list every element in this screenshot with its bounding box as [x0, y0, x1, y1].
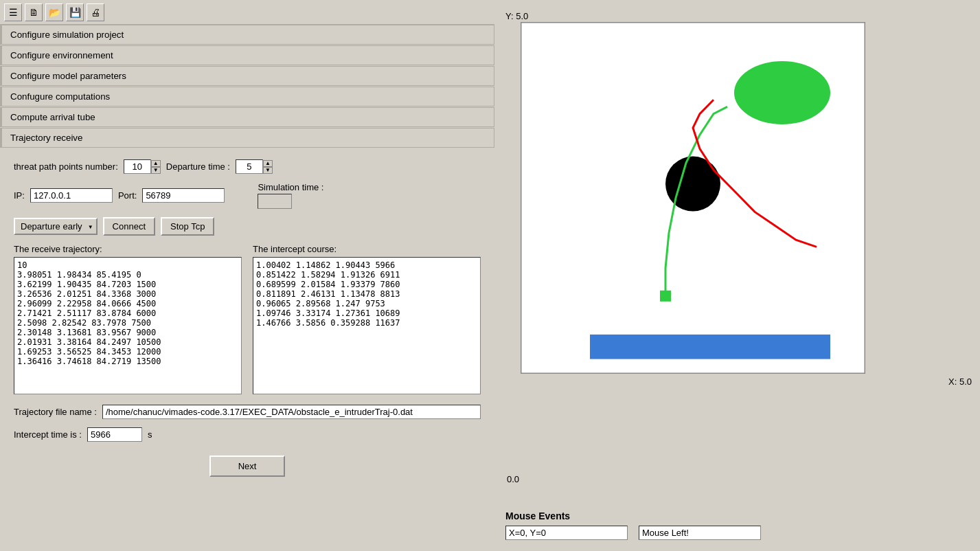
menu-icon-btn[interactable]: ☰ — [4, 3, 22, 21]
threat-row: threat path points number: ▲ ▼ Departure… — [14, 159, 481, 174]
next-button[interactable]: Next — [209, 456, 286, 477]
receive-trajectory-label: The receive trajectory: — [14, 244, 242, 254]
intercept-trajectory-box: The intercept course: 1.00402 1.14862 1.… — [253, 244, 481, 396]
intercept-input[interactable] — [87, 427, 142, 442]
intercept-row: Intercept time is : s — [14, 427, 481, 442]
threat-input[interactable] — [124, 159, 151, 174]
departure-row: Departure early ▼ Connect Stop Tcp — [14, 217, 481, 236]
mouse-coords-field[interactable] — [505, 526, 628, 540]
departure-time-spinner-btns: ▲ ▼ — [263, 160, 273, 174]
departure-time-down-btn[interactable]: ▼ — [263, 167, 273, 174]
file-label: Trajectory file name : — [14, 407, 97, 417]
open-icon-btn[interactable]: 📂 — [45, 3, 63, 21]
nav-trajectory-receive[interactable]: Trajectory receive — [0, 128, 494, 148]
mouse-events-row — [505, 526, 969, 540]
nav-configure-env[interactable]: Configure environnement — [0, 45, 494, 65]
departure-time-up-btn[interactable]: ▲ — [263, 160, 273, 167]
mouse-button-field[interactable] — [639, 526, 761, 540]
y-axis-label: Y: 5.0 — [505, 11, 528, 21]
content-area: threat path points number: ▲ ▼ Departure… — [0, 148, 494, 551]
departure-dropdown-label: Departure early — [21, 221, 82, 232]
file-input[interactable] — [102, 405, 481, 419]
connect-button[interactable]: Connect — [103, 217, 155, 236]
mouse-events-panel: Mouse Events — [500, 505, 975, 546]
threat-spinner-btns: ▲ ▼ — [151, 160, 161, 174]
intercept-trajectory-text[interactable]: 1.00402 1.14862 1.90443 5966 0.851422 1.… — [253, 257, 481, 394]
departure-time-input[interactable] — [236, 159, 263, 174]
next-btn-row: Next — [14, 456, 481, 477]
new-icon-btn[interactable]: 🗎 — [25, 3, 43, 21]
threat-down-btn[interactable]: ▼ — [151, 167, 161, 174]
ip-label: IP: — [14, 190, 25, 201]
nav-configure-model[interactable]: Configure model parameters — [0, 66, 494, 86]
departure-time-spinner: ▲ ▼ — [236, 159, 273, 174]
simulation-canvas[interactable] — [521, 22, 865, 374]
intercept-unit: s — [148, 429, 152, 440]
threat-label: threat path points number: — [14, 161, 118, 172]
receive-trajectory-box: The receive trajectory: 10 3.98051 1.984… — [14, 244, 242, 396]
simulation-time-label: Simulation time : — [258, 182, 323, 192]
ip-input[interactable] — [30, 188, 113, 203]
threat-spinner: ▲ ▼ — [124, 159, 161, 174]
file-row: Trajectory file name : — [14, 405, 481, 419]
trajectory-row: The receive trajectory: 10 3.98051 1.984… — [14, 244, 481, 396]
x-axis-label: X: 5.0 — [948, 376, 975, 387]
nav-configure-sim[interactable]: Configure simulation project — [0, 25, 494, 45]
port-input[interactable] — [142, 188, 225, 203]
simulation-time-box — [258, 194, 292, 209]
departure-dropdown-container: Departure early ▼ — [14, 218, 98, 235]
left-panel: ☰ 🗎 📂 💾 🖨 Configure simulation project C… — [0, 0, 494, 551]
port-label: Port: — [118, 190, 137, 201]
threat-up-btn[interactable]: ▲ — [151, 160, 161, 167]
ip-row: IP: Port: Simulation time : — [14, 182, 481, 209]
departure-time-label: Departure time : — [166, 161, 230, 172]
intercept-label: Intercept time is : — [14, 429, 82, 440]
departure-dropdown[interactable]: Departure early ▼ — [14, 218, 98, 235]
receive-trajectory-text[interactable]: 10 3.98051 1.98434 85.4195 0 3.62199 1.9… — [14, 257, 242, 394]
mouse-events-title: Mouse Events — [505, 510, 969, 521]
save-icon-btn[interactable]: 💾 — [66, 3, 84, 21]
nav-configure-comp[interactable]: Confugure computations — [0, 87, 494, 106]
toolbar: ☰ 🗎 📂 💾 🖨 — [0, 0, 494, 25]
y-min-label: 0.0 — [507, 474, 519, 484]
canvas-container: X: 5.0 0.0 — [521, 22, 975, 499]
intercept-trajectory-label: The intercept course: — [253, 244, 481, 254]
print-icon-btn[interactable]: 🖨 — [87, 3, 104, 21]
stop-tcp-button[interactable]: Stop Tcp — [161, 217, 214, 236]
right-panel: Y: 5.0 X: 5.0 0.0 Mouse Events — [494, 0, 980, 551]
chevron-down-icon: ▼ — [88, 223, 93, 229]
nav-section: Configure simulation project Configure e… — [0, 25, 494, 148]
nav-compute-arrival[interactable]: Compute arrival tube — [0, 107, 494, 127]
